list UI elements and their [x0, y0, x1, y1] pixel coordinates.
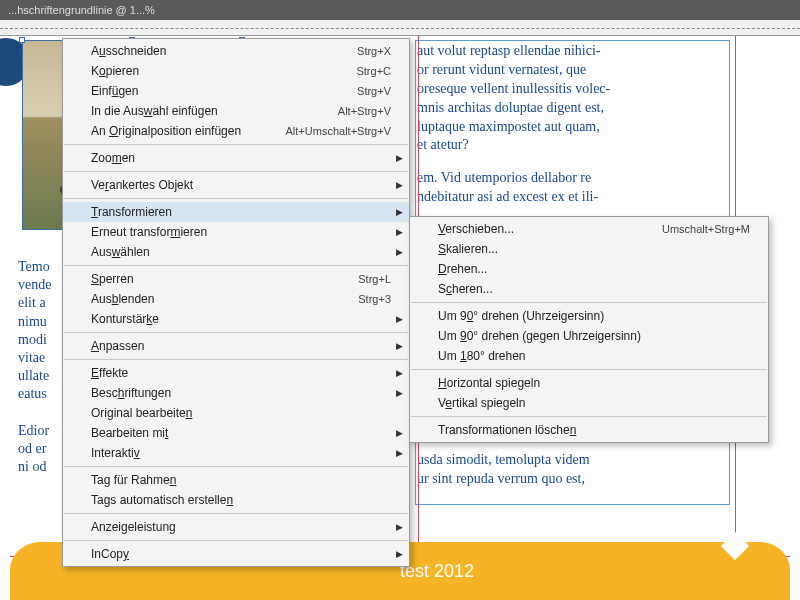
menu-item[interactable]: SperrenStrg+L	[63, 269, 409, 289]
menu-separator	[64, 171, 408, 172]
menu-item[interactable]: Skalieren...	[410, 239, 768, 259]
menu-shortcut: Strg+C	[356, 65, 391, 77]
menu-item-label: Transformationen löschen	[438, 423, 750, 437]
menu-item[interactable]: Scheren...	[410, 279, 768, 299]
menu-item[interactable]: Um 90° drehen (Uhrzeigersinn)	[410, 306, 768, 326]
menu-separator	[64, 265, 408, 266]
menu-item-label: Zoomen	[91, 151, 391, 165]
menu-shortcut: Strg+X	[357, 45, 391, 57]
menu-item-label: Einfügen	[91, 84, 317, 98]
submenu-arrow-icon: ▶	[396, 341, 403, 351]
submenu-arrow-icon: ▶	[396, 153, 403, 163]
menu-item[interactable]: Tag für Rahmen	[63, 470, 409, 490]
menu-item[interactable]: Anpassen▶	[63, 336, 409, 356]
menu-item[interactable]: AusschneidenStrg+X	[63, 41, 409, 61]
menu-item-label: Horizontal spiegeln	[438, 376, 750, 390]
menu-item-label: An Originalposition einfügen	[91, 124, 246, 138]
menu-item-label: Kopieren	[91, 64, 316, 78]
menu-item-label: Erneut transformieren	[91, 225, 391, 239]
text-column-left[interactable]: Temo vende elit a nimu modi vitae ullate…	[18, 258, 68, 476]
menu-item[interactable]: Um 90° drehen (gegen Uhrzeigersinn)	[410, 326, 768, 346]
menu-item[interactable]: Auswählen▶	[63, 242, 409, 262]
menu-item[interactable]: Zoomen▶	[63, 148, 409, 168]
footer-text: test 2012	[400, 561, 474, 582]
paragraph: em. Vid utemporios dellabor re ndebitatu…	[417, 169, 728, 207]
submenu-arrow-icon: ▶	[396, 180, 403, 190]
submenu-arrow-icon: ▶	[396, 522, 403, 532]
menu-item-label: Skalieren...	[438, 242, 750, 256]
menu-item-label: Scheren...	[438, 282, 750, 296]
title-bar: ...hschriftengrundlinie @ 1...%	[0, 0, 800, 20]
menu-shortcut: Umschalt+Strg+M	[662, 223, 750, 235]
menu-item-label: InCopy	[91, 547, 391, 561]
menu-item[interactable]: KopierenStrg+C	[63, 61, 409, 81]
menu-item-label: Bearbeiten mit	[91, 426, 391, 440]
menu-separator	[411, 302, 767, 303]
menu-item-label: Transformieren	[91, 205, 391, 219]
menu-item[interactable]: Interaktiv▶	[63, 443, 409, 463]
submenu-arrow-icon: ▶	[396, 247, 403, 257]
menu-item[interactable]: Horizontal spiegeln	[410, 373, 768, 393]
menu-item-label: Tag für Rahmen	[91, 473, 391, 487]
menu-item[interactable]: Verankertes Objekt▶	[63, 175, 409, 195]
selection-handle[interactable]	[19, 37, 25, 43]
menu-separator	[64, 144, 408, 145]
menu-item[interactable]: Tags automatisch erstellen	[63, 490, 409, 510]
menu-item-label: Verankertes Objekt	[91, 178, 391, 192]
menu-shortcut: Strg+3	[358, 293, 391, 305]
menu-shortcut: Alt+Umschalt+Strg+V	[286, 125, 391, 137]
menu-item[interactable]: Transformationen löschen	[410, 420, 768, 440]
menu-item-label: Beschriftungen	[91, 386, 391, 400]
menu-item-label: Sperren	[91, 272, 318, 286]
menu-item-label: Auswählen	[91, 245, 391, 259]
submenu-arrow-icon: ▶	[396, 428, 403, 438]
menu-item-label: Anzeigeleistung	[91, 520, 391, 534]
menu-item[interactable]: InCopy▶	[63, 544, 409, 564]
menu-item[interactable]: AusblendenStrg+3	[63, 289, 409, 309]
submenu-arrow-icon: ▶	[396, 388, 403, 398]
menu-item-label: Verschieben...	[438, 222, 622, 236]
menu-separator	[64, 540, 408, 541]
menu-item-label: Konturstärke	[91, 312, 391, 326]
context-menu[interactable]: AusschneidenStrg+XKopierenStrg+CEinfügen…	[62, 38, 410, 567]
submenu-arrow-icon: ▶	[396, 448, 403, 458]
menu-item-label: Vertikal spiegeln	[438, 396, 750, 410]
menu-separator	[64, 466, 408, 467]
menu-item[interactable]: An Originalposition einfügenAlt+Umschalt…	[63, 121, 409, 141]
menu-item[interactable]: EinfügenStrg+V	[63, 81, 409, 101]
menu-item[interactable]: Bearbeiten mit▶	[63, 423, 409, 443]
menu-item[interactable]: In die Auswahl einfügenAlt+Strg+V	[63, 101, 409, 121]
menu-item-label: Effekte	[91, 366, 391, 380]
menu-separator	[64, 198, 408, 199]
menu-item[interactable]: Beschriftungen▶	[63, 383, 409, 403]
menu-item[interactable]: Um 180° drehen	[410, 346, 768, 366]
menu-item[interactable]: Erneut transformieren▶	[63, 222, 409, 242]
horizontal-ruler[interactable]	[0, 20, 800, 36]
menu-item-label: Um 90° drehen (gegen Uhrzeigersinn)	[438, 329, 750, 343]
menu-item[interactable]: Anzeigeleistung▶	[63, 517, 409, 537]
menu-separator	[411, 369, 767, 370]
menu-item-label: Interaktiv	[91, 446, 391, 460]
menu-item[interactable]: Original bearbeiten	[63, 403, 409, 423]
menu-item[interactable]: Drehen...	[410, 259, 768, 279]
menu-item[interactable]: Transformieren▶	[63, 202, 409, 222]
menu-item-label: Drehen...	[438, 262, 750, 276]
menu-item[interactable]: Vertikal spiegeln	[410, 393, 768, 413]
menu-item[interactable]: Effekte▶	[63, 363, 409, 383]
menu-shortcut: Strg+L	[358, 273, 391, 285]
menu-separator	[64, 359, 408, 360]
menu-separator	[411, 416, 767, 417]
menu-separator	[64, 332, 408, 333]
menu-item[interactable]: Verschieben...Umschalt+Strg+M	[410, 219, 768, 239]
menu-item-label: Ausschneiden	[91, 44, 317, 58]
paragraph: aut volut reptasp ellendae nihici- or re…	[417, 42, 728, 155]
menu-separator	[64, 513, 408, 514]
submenu-arrow-icon: ▶	[396, 368, 403, 378]
menu-item[interactable]: Konturstärke▶	[63, 309, 409, 329]
menu-shortcut: Strg+V	[357, 85, 391, 97]
transform-submenu[interactable]: Verschieben...Umschalt+Strg+MSkalieren..…	[409, 216, 769, 443]
submenu-arrow-icon: ▶	[396, 549, 403, 559]
menu-item-label: Tags automatisch erstellen	[91, 493, 391, 507]
submenu-arrow-icon: ▶	[396, 314, 403, 324]
document-title: ...hschriftengrundlinie @ 1...%	[8, 4, 155, 16]
